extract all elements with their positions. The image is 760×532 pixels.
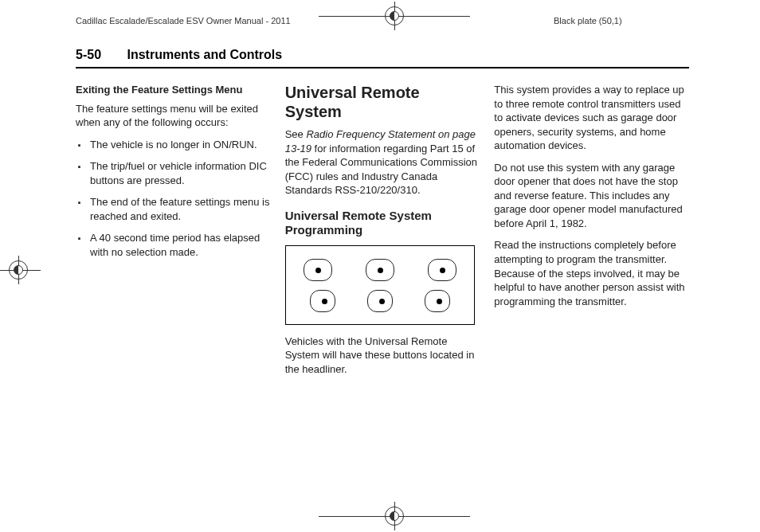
fcc-paragraph: See Radio Frequency Statement on page 13… (285, 127, 480, 198)
content-columns: Exiting the Feature Settings Menu The fe… (76, 83, 689, 384)
column-2: Universal Remote System See Radio Freque… (285, 83, 480, 384)
programming-heading: Universal Remote System Programming (285, 209, 480, 237)
page-header: 5-50 Instruments and Controls (76, 48, 689, 68)
system-description: This system provides a way to replace up… (494, 83, 689, 153)
remote-button-icon (310, 290, 335, 312)
registration-mark-top (382, 4, 406, 28)
remote-buttons-figure (285, 245, 475, 325)
remote-button-icon (425, 290, 450, 312)
doc-title: Cadillac Escalade/Escalade ESV Owner Man… (0, 16, 291, 25)
page-content: 5-50 Instruments and Controls Exiting th… (76, 48, 689, 384)
column-3: This system provides a way to replace up… (494, 83, 689, 384)
list-item: The trip/fuel or vehicle information DIC… (76, 159, 271, 187)
exit-conditions-list: The vehicle is no longer in ON/RUN. The … (76, 138, 271, 260)
list-item: The end of the feature settings menu is … (76, 195, 271, 223)
remote-button-icon (428, 259, 456, 281)
print-meta-bar: Cadillac Escalade/Escalade ESV Owner Man… (0, 16, 760, 25)
column-1: Exiting the Feature Settings Menu The fe… (76, 83, 271, 384)
list-item: The vehicle is no longer in ON/RUN. (76, 138, 271, 152)
remote-button-icon (367, 290, 393, 312)
warning-paragraph: Do not use this system with any garage d… (494, 161, 689, 231)
exiting-heading: Exiting the Feature Settings Menu (76, 83, 271, 97)
registration-mark-bottom (382, 504, 406, 528)
instructions-paragraph: Read the instructions completely before … (494, 238, 689, 308)
remote-button-icon (366, 259, 394, 281)
remote-button-icon (304, 259, 332, 281)
registration-mark-left (6, 258, 30, 282)
plate-label: Black plate (50,1) (554, 16, 622, 25)
exiting-intro: The feature settings menu will be exited… (76, 102, 271, 130)
figure-caption: Vehicles with the Universal Remote Syste… (285, 334, 480, 377)
page-number: 5-50 (76, 48, 101, 61)
section-title: Instruments and Controls (127, 48, 282, 61)
list-item: A 40 second time period has elapsed with… (76, 231, 271, 259)
universal-remote-heading: Universal Remote System (285, 83, 480, 121)
